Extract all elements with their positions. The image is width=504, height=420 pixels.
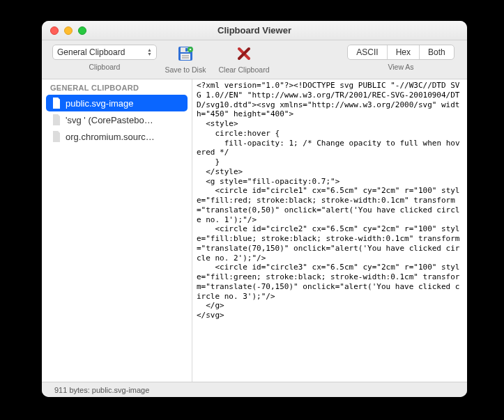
svg-rect-2: [185, 48, 188, 52]
clear-group: Clear Clipboard: [211, 45, 277, 74]
save-label: Save to Disk: [165, 65, 206, 74]
clear-button[interactable]: [234, 45, 254, 63]
titlebar: Clipboard Viewer: [42, 21, 467, 40]
floppy-icon: [177, 45, 194, 62]
save-button[interactable]: [175, 45, 196, 63]
clipboard-selector-label: Clipboard: [89, 63, 121, 71]
toolbar: General Clipboard ▲▼ Clipboard: [42, 40, 467, 79]
list-item-label: public.svg-image: [66, 98, 134, 109]
list-item[interactable]: public.svg-image: [46, 95, 188, 111]
clear-label: Clear Clipboard: [219, 65, 270, 74]
file-icon: [52, 98, 61, 109]
clipboard-selector-group: General Clipboard ▲▼ Clipboard: [49, 45, 160, 71]
content-pane[interactable]: <?xml version="1.0"?><!DOCTYPE svg PUBLI…: [192, 79, 467, 382]
list-item[interactable]: org.chromium.sourc…: [42, 128, 192, 145]
window-title: Clipboard Viewer: [42, 25, 467, 36]
file-icon: [52, 131, 61, 142]
close-icon[interactable]: [50, 26, 59, 35]
clipboard-selector[interactable]: General Clipboard ▲▼: [52, 45, 157, 60]
list-item-label: org.chromium.sourc…: [66, 132, 155, 142]
viewas-ascii[interactable]: ASCII: [348, 45, 387, 59]
x-icon: [236, 46, 252, 61]
updown-icon: ▲▼: [147, 48, 152, 56]
viewas-both[interactable]: Both: [420, 45, 454, 59]
minimize-icon[interactable]: [64, 26, 72, 35]
list-item[interactable]: 'svg ' (CorePastebo…: [42, 111, 192, 128]
clipboard-content: <?xml version="1.0"?><!DOCTYPE svg PUBLI…: [192, 79, 467, 322]
sidebar-header: GENERAL CLIPBOARD: [42, 79, 192, 95]
statusbar: 911 bytes: public.svg-image: [42, 382, 467, 397]
list-item-label: 'svg ' (CorePastebo…: [66, 115, 153, 125]
viewas-label: View As: [388, 63, 413, 71]
file-icon: [52, 114, 61, 125]
app-window: Clipboard Viewer General Clipboard ▲▼ Cl…: [42, 21, 467, 397]
viewas-segmented: ASCII Hex Both: [347, 45, 454, 60]
save-group: Save to Disk: [160, 45, 211, 74]
body: GENERAL CLIPBOARD public.svg-image 'svg …: [42, 79, 467, 382]
traffic-lights: [42, 26, 86, 35]
svg-rect-3: [181, 54, 190, 60]
viewas-hex[interactable]: Hex: [388, 45, 420, 59]
viewas-group: ASCII Hex Both View As: [342, 45, 460, 71]
status-text: 911 bytes: public.svg-image: [54, 386, 149, 394]
zoom-icon[interactable]: [78, 26, 86, 35]
sidebar: GENERAL CLIPBOARD public.svg-image 'svg …: [42, 79, 192, 382]
clipboard-selector-value: General Clipboard: [57, 47, 125, 57]
